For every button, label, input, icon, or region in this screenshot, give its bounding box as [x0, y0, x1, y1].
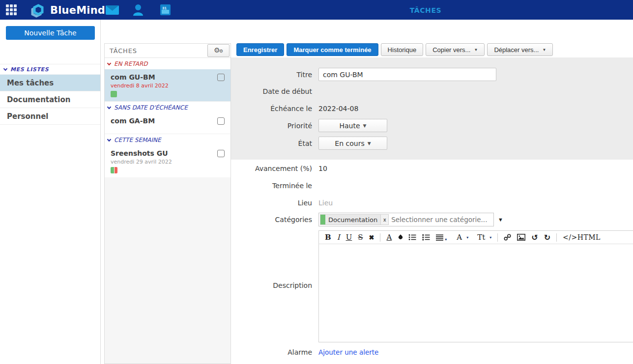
align-icon[interactable]: ▾ [434, 231, 449, 243]
remove-category-icon[interactable]: x [380, 215, 388, 224]
font-size-icon[interactable]: Tt ▾ [475, 231, 493, 243]
svg-text:31: 31 [162, 6, 167, 10]
save-button[interactable]: Enregistrer [236, 43, 284, 56]
form-row-title: Titre [231, 68, 633, 81]
form-row-start-date: Date de début [231, 84, 633, 98]
category-tag-red [115, 167, 117, 173]
form-row-categories: Catégories Documentation x ▼ [231, 213, 633, 226]
description-label: Description [231, 281, 312, 289]
toolbar-separator [556, 233, 557, 242]
bluemind-hexagon-icon [29, 2, 46, 19]
task-checkbox[interactable] [217, 74, 225, 81]
toolbar-separator [380, 233, 380, 242]
form-row-progress: Avancement (%) 10 [231, 162, 633, 175]
task-list-body: EN RETARD com GU-BM vendredi 8 avril 202… [105, 58, 230, 177]
settings-gears-button[interactable]: ⚙ ⚙ [207, 44, 230, 57]
caret-down-icon: ▼ [542, 48, 546, 52]
task-row-com-gu-bm[interactable]: com GU-BM vendredi 8 avril 2022 [105, 69, 230, 101]
task-detail-panel: Enregistrer Marquer comme terminée Histo… [231, 20, 633, 364]
task-lists: Mes tâches Documentation Personnel [0, 75, 100, 125]
status-label: État [231, 140, 312, 147]
category-picker[interactable]: Documentation x [318, 213, 494, 226]
task-row-sreenshots-gu[interactable]: Sreenshots GU vendredi 29 avril 2022 [105, 145, 230, 177]
editor-toolbar: B I U S ✖ A ▾ A ▾ Tt ▾ [318, 230, 633, 244]
redo-icon[interactable]: ↻ [542, 231, 552, 243]
caret-down-icon: ▼ [368, 141, 371, 146]
category-caret-down-icon[interactable]: ▼ [498, 217, 503, 223]
chevron-down-icon [3, 66, 7, 70]
strikethrough-icon[interactable]: S [356, 231, 365, 243]
priority-dropdown[interactable]: Haute ▼ [318, 119, 387, 132]
bluemind-logo[interactable]: BlueMind [29, 2, 105, 19]
categories-label: Catégories [231, 216, 312, 224]
gear-small-icon: ⚙ [219, 49, 223, 54]
category-search-input[interactable] [389, 216, 492, 224]
form-row-due-date: Échéance le 2022-04-08 [231, 102, 633, 115]
font-family-icon[interactable]: A ▾ [455, 231, 470, 243]
toolbar-separator [497, 233, 498, 242]
group-header-cette-semaine[interactable]: CETTE SEMAINE [105, 134, 230, 145]
location-input[interactable]: Lieu [318, 199, 333, 207]
sidebar-item-personnel[interactable]: Personnel [0, 108, 100, 125]
current-app-title: TÂCHES [410, 6, 442, 14]
contacts-icon[interactable] [133, 4, 144, 16]
due-date-value[interactable]: 2022-04-08 [318, 105, 358, 112]
sidebar: Nouvelle Tâche MES LISTES Mes tâches Doc… [0, 20, 101, 364]
task-checkbox[interactable] [217, 150, 225, 157]
form-row-completed: Terminée le [231, 179, 633, 192]
image-icon[interactable] [515, 231, 527, 243]
chevron-down-icon [107, 105, 111, 109]
due-date-label: Échéance le [231, 105, 312, 112]
priority-label: Priorité [231, 122, 312, 130]
highlight-icon[interactable] [396, 231, 404, 243]
detail-toolbar: Enregistrer Marquer comme terminée Histo… [236, 43, 553, 56]
clear-format-icon[interactable]: ✖ [367, 231, 376, 243]
calendar-icon[interactable]: 31 [160, 4, 171, 15]
history-button[interactable]: Historique [381, 43, 424, 56]
title-label: Titre [231, 71, 312, 79]
progress-value[interactable]: 10 [318, 165, 327, 172]
task-list-panel: TÂCHES ⚙ ⚙ EN RETARD com GU-BM vendredi … [104, 43, 231, 364]
html-source-icon[interactable]: </>HTML [561, 231, 603, 243]
form-row-location: Lieu Lieu [231, 196, 633, 209]
form-row-status: État En cours ▼ [231, 137, 633, 150]
mark-done-button[interactable]: Marquer comme terminée [287, 43, 378, 56]
title-input[interactable] [318, 68, 496, 81]
description-textarea[interactable] [318, 244, 633, 342]
apps-grid-icon[interactable] [6, 4, 18, 15]
copy-to-button[interactable]: Copier vers... ▼ [426, 43, 485, 56]
italic-icon[interactable]: I [335, 231, 342, 243]
caret-down-icon: ▼ [363, 123, 367, 128]
my-lists-header[interactable]: MES LISTES [0, 64, 100, 75]
font-color-icon[interactable]: A [384, 231, 394, 243]
bold-icon[interactable]: B [323, 231, 333, 243]
chevron-down-icon [107, 137, 111, 141]
mail-icon[interactable] [106, 5, 119, 15]
category-tag-green [111, 91, 117, 97]
sidebar-item-documentation[interactable]: Documentation [0, 91, 100, 108]
undo-icon[interactable]: ↺ [529, 231, 540, 243]
category-color-swatch [320, 215, 325, 224]
task-row-com-ga-bm[interactable]: com GA-BM [105, 113, 230, 134]
form-row-priority: Priorité Haute ▼ [231, 119, 633, 132]
ordered-list-icon[interactable] [420, 231, 432, 243]
unordered-list-icon[interactable] [406, 231, 418, 243]
status-dropdown[interactable]: En cours ▼ [318, 137, 387, 150]
caret-down-icon: ▾ [489, 235, 491, 240]
link-icon[interactable] [502, 231, 513, 243]
chevron-down-icon [107, 61, 111, 65]
group-header-sans-date[interactable]: SANS DATE D'ÉCHÉANCE [105, 101, 230, 113]
category-chip: Documentation x [320, 214, 389, 225]
move-to-button[interactable]: Déplacer vers... ▼ [487, 43, 553, 56]
underline-icon[interactable]: U [344, 231, 354, 243]
add-alert-link[interactable]: Ajouter une alerte [318, 348, 378, 356]
task-checkbox[interactable] [217, 117, 225, 125]
alarm-label: Alarme [231, 348, 312, 356]
task-list-title: TÂCHES [110, 47, 137, 55]
group-header-en-retard[interactable]: EN RETARD [105, 58, 230, 69]
task-list-header: TÂCHES ⚙ ⚙ [105, 44, 230, 58]
progress-label: Avancement (%) [231, 165, 312, 172]
new-task-button[interactable]: Nouvelle Tâche [6, 26, 95, 40]
top-navbar: BlueMind 31 TÂCHES [0, 0, 633, 20]
sidebar-item-mes-taches[interactable]: Mes tâches [0, 75, 100, 91]
